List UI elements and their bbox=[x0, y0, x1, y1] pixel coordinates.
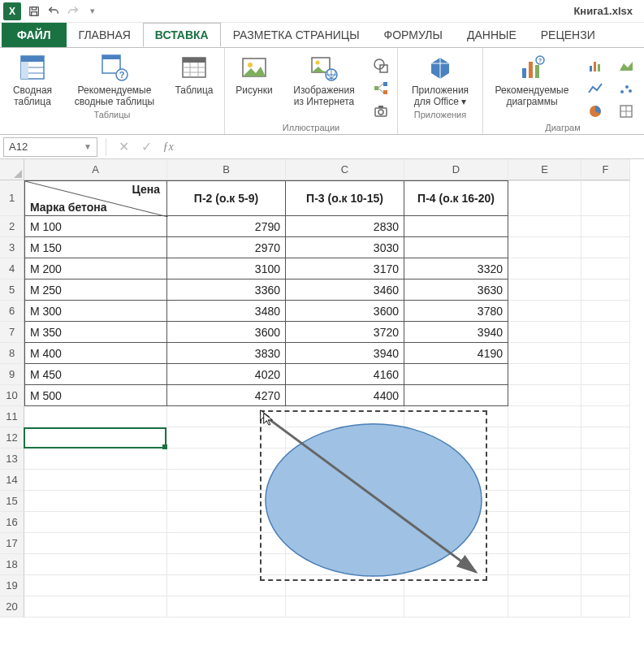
cell[interactable] bbox=[508, 491, 581, 512]
column-header[interactable]: C bbox=[286, 159, 404, 180]
cell[interactable]: 3940 bbox=[404, 322, 508, 343]
undo-button[interactable] bbox=[44, 2, 63, 20]
screenshot-button[interactable] bbox=[371, 102, 391, 121]
cell[interactable]: 3100 bbox=[167, 258, 286, 280]
cell[interactable] bbox=[581, 216, 630, 237]
row-header[interactable]: 1 bbox=[0, 180, 24, 216]
row-header[interactable]: 16 bbox=[0, 512, 24, 533]
row-header[interactable]: 12 bbox=[0, 427, 24, 448]
cell[interactable] bbox=[24, 596, 167, 618]
cell[interactable]: 3780 bbox=[404, 301, 508, 322]
cell[interactable]: 4020 bbox=[167, 364, 286, 385]
cell[interactable] bbox=[24, 448, 167, 470]
cell[interactable] bbox=[581, 180, 630, 216]
cell[interactable] bbox=[24, 406, 167, 427]
cell[interactable] bbox=[167, 596, 286, 618]
tab-home[interactable]: ГЛАВНАЯ bbox=[67, 23, 143, 47]
cell[interactable] bbox=[581, 237, 630, 258]
cell[interactable]: П-2 (о.к 5-9) bbox=[167, 180, 286, 216]
row-header[interactable]: 4 bbox=[0, 258, 24, 280]
cell[interactable]: 3630 bbox=[404, 280, 508, 301]
cell[interactable]: М 400 bbox=[24, 343, 167, 364]
cell[interactable]: П-3 (о.к 10-15) bbox=[286, 180, 404, 216]
cell[interactable] bbox=[24, 427, 167, 448]
row-header[interactable]: 11 bbox=[0, 406, 24, 427]
cell[interactable] bbox=[581, 301, 630, 322]
cell[interactable] bbox=[581, 512, 630, 533]
cell[interactable]: М 200 bbox=[24, 258, 167, 280]
table-button[interactable]: Таблица bbox=[171, 53, 218, 97]
cell[interactable] bbox=[581, 491, 630, 512]
cell[interactable]: П-4 (о.к 16-20) bbox=[404, 180, 508, 216]
cell[interactable] bbox=[508, 322, 581, 343]
cell[interactable]: Цена Марка бетона bbox=[24, 180, 167, 216]
cell[interactable] bbox=[581, 533, 630, 554]
cell[interactable] bbox=[581, 385, 630, 406]
cell[interactable] bbox=[581, 554, 630, 575]
cell[interactable] bbox=[508, 448, 581, 470]
tab-review[interactable]: РЕЦЕНЗИ bbox=[529, 23, 607, 47]
office-apps-button[interactable]: Приложения для Office ▾ bbox=[404, 53, 476, 108]
name-box[interactable]: A12 ▼ bbox=[3, 137, 97, 157]
row-header[interactable]: 13 bbox=[0, 448, 24, 470]
cell[interactable] bbox=[24, 533, 167, 554]
row-header[interactable]: 3 bbox=[0, 237, 24, 258]
cell[interactable] bbox=[508, 237, 581, 258]
row-header[interactable]: 7 bbox=[0, 322, 24, 343]
cell[interactable] bbox=[581, 322, 630, 343]
cell[interactable]: 3600 bbox=[286, 301, 404, 322]
recommended-pivot-button[interactable]: ? Рекомендуемые сводные таблицы bbox=[70, 53, 159, 108]
cell[interactable] bbox=[24, 554, 167, 575]
cell[interactable]: М 350 bbox=[24, 322, 167, 343]
cell[interactable]: М 250 bbox=[24, 280, 167, 301]
cell[interactable] bbox=[581, 258, 630, 280]
column-header[interactable]: B bbox=[167, 159, 286, 180]
row-header[interactable]: 2 bbox=[0, 216, 24, 237]
cell[interactable]: 3480 bbox=[167, 301, 286, 322]
formula-input[interactable] bbox=[181, 137, 641, 157]
cell[interactable] bbox=[508, 512, 581, 533]
qat-customize-button[interactable]: ▾ bbox=[83, 2, 102, 20]
tab-formulas[interactable]: ФОРМУЛЫ bbox=[372, 23, 455, 47]
cell[interactable]: 3940 bbox=[286, 343, 404, 364]
cancel-formula-button[interactable]: ✕ bbox=[115, 138, 132, 156]
cell[interactable] bbox=[508, 575, 581, 596]
column-header[interactable]: D bbox=[404, 159, 508, 180]
cell[interactable] bbox=[581, 448, 630, 470]
accept-formula-button[interactable]: ✓ bbox=[137, 138, 155, 156]
cell[interactable]: 4400 bbox=[286, 385, 404, 406]
online-pictures-button[interactable]: Изображения из Интернета bbox=[288, 53, 360, 108]
cell[interactable] bbox=[404, 237, 508, 258]
cell[interactable] bbox=[24, 491, 167, 512]
cell[interactable]: 3360 bbox=[167, 280, 286, 301]
shape-selection-box[interactable] bbox=[260, 410, 487, 581]
cell[interactable] bbox=[404, 364, 508, 385]
cell[interactable] bbox=[508, 343, 581, 364]
cell[interactable] bbox=[581, 427, 630, 448]
cell[interactable]: 3600 bbox=[167, 322, 286, 343]
line-chart-button[interactable] bbox=[586, 79, 605, 98]
cell[interactable] bbox=[24, 512, 167, 533]
cell[interactable] bbox=[508, 533, 581, 554]
save-button[interactable] bbox=[24, 2, 44, 20]
cell[interactable]: М 100 bbox=[24, 216, 167, 237]
scatter-chart-button[interactable] bbox=[616, 79, 636, 98]
cell[interactable]: М 300 bbox=[24, 301, 167, 322]
pivot-table-button[interactable]: Сводная таблица bbox=[6, 53, 58, 108]
cell[interactable] bbox=[404, 216, 508, 237]
cell[interactable] bbox=[508, 554, 581, 575]
cell[interactable] bbox=[24, 575, 167, 596]
row-header[interactable]: 5 bbox=[0, 280, 24, 301]
bar-chart-button[interactable] bbox=[586, 56, 605, 76]
cell[interactable] bbox=[508, 364, 581, 385]
cell[interactable]: 3720 bbox=[286, 322, 404, 343]
cell[interactable] bbox=[24, 470, 167, 491]
cell[interactable]: 2970 bbox=[167, 237, 286, 258]
cell[interactable] bbox=[508, 301, 581, 322]
cell[interactable] bbox=[286, 596, 404, 618]
cell[interactable] bbox=[581, 406, 630, 427]
insert-function-button[interactable]: ƒx bbox=[160, 139, 176, 155]
cell[interactable]: 3320 bbox=[404, 258, 508, 280]
column-header[interactable]: F bbox=[581, 159, 630, 180]
tab-data[interactable]: ДАННЫЕ bbox=[455, 23, 529, 47]
